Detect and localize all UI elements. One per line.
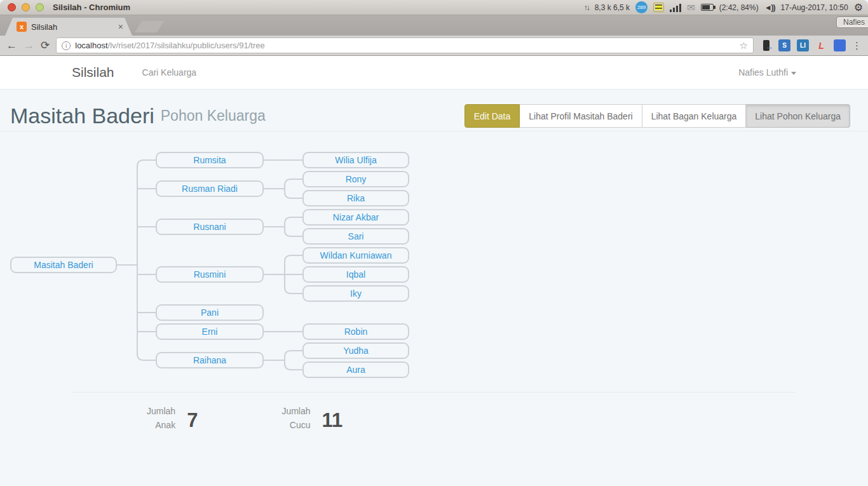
- network-traffic-icon[interactable]: ↑↓: [584, 3, 589, 12]
- clock[interactable]: 17-Aug-2017, 10:50: [781, 3, 848, 12]
- tab-title: Silsilah: [31, 22, 118, 32]
- session-gear-icon[interactable]: ⚙: [854, 3, 863, 13]
- tree-node-masitah-baderi[interactable]: Masitah Baderi: [10, 257, 117, 273]
- lihat-profil-button[interactable]: Lihat Profil Masitah Baderi: [520, 104, 642, 128]
- address-bar[interactable]: i localhost/lv/riset/2017/silsilahku/pub…: [56, 37, 754, 53]
- browser-toolbar: ← → ⟳ i localhost/lv/riset/2017/silsilah…: [0, 36, 868, 56]
- tree-node-sari[interactable]: Sari: [302, 228, 409, 245]
- page-info-icon[interactable]: i: [62, 41, 71, 50]
- stats-row: JumlahAnak 7 JumlahCucu 11: [0, 393, 868, 432]
- window-title: Silsilah - Chromium: [53, 3, 130, 12]
- extension-blue-icon[interactable]: [834, 39, 846, 51]
- user-menu-label: Nafies Luthfi: [738, 67, 788, 78]
- tab-favicon-icon: x: [17, 22, 27, 32]
- page-title: Masitah Baderi: [10, 104, 154, 128]
- notes-indicator-icon[interactable]: [653, 3, 664, 12]
- tree-node-iqbal[interactable]: Iqbal: [302, 266, 409, 283]
- tree-node-erni[interactable]: Erni: [156, 323, 264, 340]
- browser-menu-icon[interactable]: ⋮: [852, 40, 862, 51]
- reload-button[interactable]: ⟳: [41, 40, 50, 51]
- chevron-down-icon: [791, 72, 796, 75]
- stat-label: JumlahCucu: [281, 404, 310, 432]
- window-close-button[interactable]: [8, 3, 16, 11]
- extension-laravel-icon[interactable]: L: [815, 39, 827, 51]
- page-header: Masitah Baderi Pohon Keluarga Edit Data …: [0, 90, 868, 132]
- tree-node-pani[interactable]: Pani: [156, 304, 264, 321]
- user-menu[interactable]: Nafies Luthfi: [738, 67, 796, 78]
- lihat-bagan-button[interactable]: Lihat Bagan Keluarga: [642, 104, 747, 128]
- system-tray: ↑↓ 8,3 k 6,5 k 289 ✉ (2:42, 84%) ◄)) 17-…: [584, 1, 863, 13]
- tree-node-robin[interactable]: Robin: [302, 323, 409, 340]
- tree-node-aura[interactable]: Aura: [302, 361, 409, 378]
- battery-status: (2:42, 84%): [719, 3, 759, 12]
- stat-label: JumlahAnak: [147, 404, 175, 432]
- url-text[interactable]: localhost/lv/riset/2017/silsilahku/publi…: [75, 41, 735, 50]
- new-tab-button[interactable]: [135, 21, 164, 32]
- tree-node-rony[interactable]: Rony: [302, 171, 409, 187]
- mail-indicator-icon[interactable]: ✉: [687, 2, 695, 13]
- stat-value: 7: [187, 409, 198, 432]
- page-content: Masitah Baderi Pohon Keluarga Edit Data …: [0, 90, 868, 486]
- page-subtitle: Pohon Keluarga: [161, 107, 266, 125]
- app-navbar: Silsilah Cari Keluarga Nafies Luthfi: [0, 56, 868, 90]
- tab-close-icon[interactable]: ×: [118, 22, 123, 31]
- battery-icon[interactable]: [701, 4, 714, 11]
- window-minimize-button[interactable]: [22, 3, 30, 11]
- brand-link[interactable]: Silsilah: [72, 65, 114, 80]
- window-titlebar: Silsilah - Chromium ↑↓ 8,3 k 6,5 k 289 ✉…: [0, 0, 868, 15]
- tree-node-rusmini[interactable]: Rusmini: [156, 266, 264, 283]
- tree-node-rusnani[interactable]: Rusnani: [156, 219, 264, 235]
- tree-node-yudha[interactable]: Yudha: [302, 342, 409, 359]
- family-tree: Masitah BaderiRumsitaWilia UlfijaRusman …: [0, 132, 868, 392]
- signal-strength-icon[interactable]: [670, 3, 681, 12]
- tree-node-raihana[interactable]: Raihana: [156, 352, 264, 368]
- url-host: localhost: [75, 41, 107, 50]
- tree-node-rusman-riadi[interactable]: Rusman Riadi: [156, 180, 264, 197]
- messenger-badge-icon[interactable]: 289: [635, 1, 648, 13]
- stat-jumlah-cucu: JumlahCucu 11: [281, 404, 342, 432]
- browser-tabstrip: x Silsilah ×: [0, 15, 868, 36]
- nav-link-cari-keluarga[interactable]: Cari Keluarga: [142, 67, 197, 78]
- tree-node-nizar-akbar[interactable]: Nizar Akbar: [302, 209, 409, 226]
- sound-indicator-icon[interactable]: ◄)): [764, 3, 775, 12]
- tree-node-rika[interactable]: Rika: [302, 190, 409, 206]
- action-button-group: Edit Data Lihat Profil Masitah Baderi Li…: [465, 104, 850, 128]
- tree-node-wildan-kurniawan[interactable]: Wildan Kurniawan: [302, 247, 409, 264]
- session-tooltip: Nafies: [836, 17, 868, 28]
- url-path: /lv/riset/2017/silsilahku/public/users/9…: [108, 41, 265, 50]
- edit-data-button[interactable]: Edit Data: [465, 104, 520, 128]
- tree-node-rumsita[interactable]: Rumsita: [156, 152, 264, 168]
- extension-phone-icon[interactable]: →: [760, 39, 772, 51]
- back-button[interactable]: ←: [6, 40, 17, 51]
- tree-node-iky[interactable]: Iky: [302, 285, 409, 302]
- stat-jumlah-anak: JumlahAnak 7: [147, 404, 198, 432]
- extension-s-icon[interactable]: S: [778, 39, 790, 51]
- network-rates: 8,3 k 6,5 k: [595, 3, 630, 12]
- tree-node-wilia-ulfija[interactable]: Wilia Ulfija: [302, 152, 409, 168]
- stat-value: 11: [322, 409, 343, 432]
- forward-button[interactable]: →: [24, 40, 34, 51]
- window-controls: [8, 3, 44, 11]
- window-maximize-button[interactable]: [36, 3, 44, 11]
- extension-li-icon[interactable]: LI: [797, 39, 809, 51]
- lihat-pohon-button[interactable]: Lihat Pohon Keluarga: [746, 104, 850, 128]
- bookmark-star-icon[interactable]: ☆: [740, 40, 748, 51]
- screen: Silsilah - Chromium ↑↓ 8,3 k 6,5 k 289 ✉…: [0, 0, 868, 486]
- browser-tab-silsilah[interactable]: x Silsilah ×: [5, 18, 132, 36]
